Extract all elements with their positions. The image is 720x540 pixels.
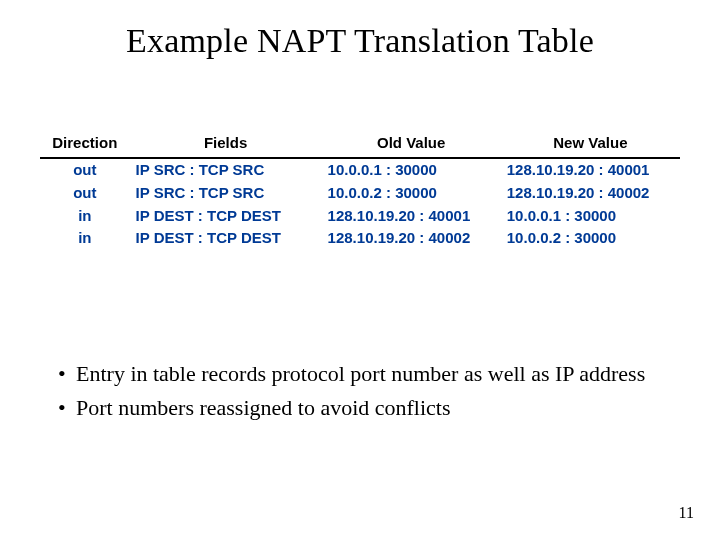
cell-new-value: 10.0.0.2 : 30000 — [501, 227, 680, 250]
page-number: 11 — [679, 504, 694, 522]
cell-new-value: 10.0.0.1 : 30000 — [501, 205, 680, 228]
cell-new-value: 128.10.19.20 : 40001 — [501, 158, 680, 182]
table-row: out IP SRC : TCP SRC 10.0.0.1 : 30000 12… — [40, 158, 680, 182]
cell-fields: IP DEST : TCP DEST — [130, 227, 322, 250]
table-body: out IP SRC : TCP SRC 10.0.0.1 : 30000 12… — [40, 158, 680, 250]
cell-direction: out — [40, 182, 130, 205]
slide: Example NAPT Translation Table Direction… — [0, 0, 720, 540]
th-new-value: New Value — [501, 130, 680, 158]
bullet-item: Entry in table records protocol port num… — [58, 360, 680, 388]
cell-old-value: 10.0.0.2 : 30000 — [322, 182, 501, 205]
cell-direction: in — [40, 205, 130, 228]
cell-direction: out — [40, 158, 130, 182]
cell-old-value: 10.0.0.1 : 30000 — [322, 158, 501, 182]
table: Direction Fields Old Value New Value out… — [40, 130, 680, 250]
cell-new-value: 128.10.19.20 : 40002 — [501, 182, 680, 205]
table-row: out IP SRC : TCP SRC 10.0.0.2 : 30000 12… — [40, 182, 680, 205]
napt-table: Direction Fields Old Value New Value out… — [40, 130, 680, 250]
slide-title: Example NAPT Translation Table — [0, 22, 720, 60]
bullet-item: Port numbers reassigned to avoid conflic… — [58, 394, 680, 422]
table-row: in IP DEST : TCP DEST 128.10.19.20 : 400… — [40, 205, 680, 228]
cell-old-value: 128.10.19.20 : 40001 — [322, 205, 501, 228]
cell-old-value: 128.10.19.20 : 40002 — [322, 227, 501, 250]
th-direction: Direction — [40, 130, 130, 158]
cell-fields: IP DEST : TCP DEST — [130, 205, 322, 228]
table-row: in IP DEST : TCP DEST 128.10.19.20 : 400… — [40, 227, 680, 250]
cell-fields: IP SRC : TCP SRC — [130, 158, 322, 182]
cell-fields: IP SRC : TCP SRC — [130, 182, 322, 205]
table-header: Direction Fields Old Value New Value — [40, 130, 680, 158]
bullet-list: Entry in table records protocol port num… — [40, 360, 680, 427]
th-fields: Fields — [130, 130, 322, 158]
th-old-value: Old Value — [322, 130, 501, 158]
cell-direction: in — [40, 227, 130, 250]
